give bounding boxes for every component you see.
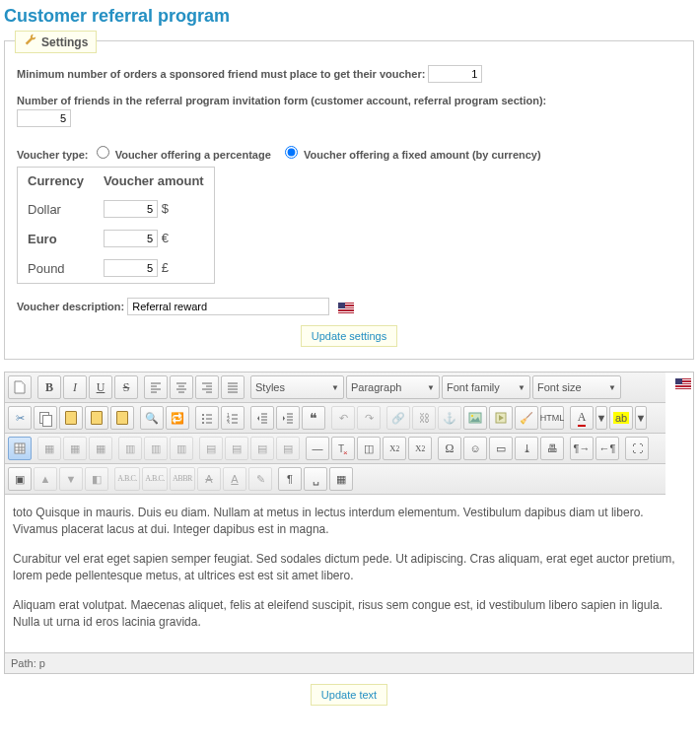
cell-props-icon[interactable]: ▤	[276, 437, 300, 460]
layer-icon[interactable]: ▣	[8, 467, 32, 491]
newdoc-icon[interactable]	[8, 375, 32, 399]
split-cell-icon[interactable]: ▤	[199, 437, 223, 460]
remove-format-icon[interactable]: T×	[331, 437, 355, 460]
template-icon[interactable]: ▦	[329, 467, 353, 491]
fontsize-select[interactable]: Font size▼	[532, 375, 621, 399]
underline-icon[interactable]: U	[89, 375, 112, 399]
flag-us-icon[interactable]	[675, 378, 691, 389]
currency-name: Euro	[18, 224, 95, 253]
paste-text-icon[interactable]	[85, 406, 108, 430]
bullet-list-icon[interactable]	[195, 406, 219, 430]
paragraph-select[interactable]: Paragraph▼	[346, 375, 440, 399]
italic-icon[interactable]: I	[63, 375, 87, 399]
svg-text:×: ×	[343, 448, 348, 454]
row-before-icon[interactable]: ▦	[37, 437, 61, 460]
print-icon[interactable]: 🖶	[540, 437, 564, 460]
del-col-icon[interactable]: ▥	[170, 437, 193, 460]
currency-symbol: €	[162, 231, 169, 245]
fontfamily-select[interactable]: Font family▼	[442, 375, 530, 399]
th-currency: Currency	[18, 168, 95, 195]
copy-icon[interactable]	[34, 406, 57, 430]
align-left-icon[interactable]	[144, 375, 168, 399]
number-list-icon[interactable]: 123	[221, 406, 245, 430]
image-icon[interactable]	[463, 406, 487, 430]
outdent-icon[interactable]	[250, 406, 274, 430]
undo-icon[interactable]: ↶	[331, 406, 355, 430]
flag-us-icon[interactable]	[338, 303, 354, 313]
th-amount: Voucher amount	[94, 168, 214, 195]
min-orders-input[interactable]	[428, 65, 482, 83]
amount-input-pound[interactable]	[104, 259, 158, 277]
amount-input-euro[interactable]	[104, 230, 158, 247]
layer-fwd-icon[interactable]: ▲	[34, 467, 57, 491]
nbsp-icon[interactable]: ␣	[304, 467, 327, 491]
visualchars-icon[interactable]: ¶	[278, 467, 302, 491]
replace-icon[interactable]: 🔁	[166, 406, 189, 430]
cite-icon[interactable]: A.B.C.	[114, 467, 140, 491]
strike-icon[interactable]: S	[114, 375, 138, 399]
align-justify-icon[interactable]	[221, 375, 245, 399]
cleanup-icon[interactable]: 🧹	[515, 406, 538, 430]
find-icon[interactable]: 🔍	[140, 406, 164, 430]
iframe-icon[interactable]: ▭	[489, 437, 513, 460]
fullscreen-icon[interactable]: ⛶	[625, 437, 649, 460]
align-right-icon[interactable]	[195, 375, 219, 399]
desc-input[interactable]	[127, 298, 329, 315]
voucher-fixed-radio[interactable]	[285, 146, 298, 159]
blockquote-icon[interactable]: ❝	[302, 406, 325, 430]
ltr-icon[interactable]: ¶→	[570, 437, 594, 460]
currency-symbol: £	[162, 260, 169, 275]
update-settings-button[interactable]: Update settings	[301, 325, 397, 347]
row-props-icon[interactable]: ▤	[250, 437, 274, 460]
forecolor-icon[interactable]: A	[570, 406, 594, 430]
paste-word-icon[interactable]	[110, 406, 134, 430]
amount-input-dollar[interactable]	[104, 200, 158, 218]
ins-icon[interactable]: A	[223, 467, 246, 491]
anchor-icon[interactable]: ⚓	[438, 406, 461, 430]
html-icon[interactable]: HTML	[540, 406, 564, 430]
voucher-percent-radio[interactable]	[97, 146, 109, 159]
svg-point-2	[202, 422, 204, 424]
align-center-icon[interactable]	[170, 375, 193, 399]
redo-icon[interactable]: ↷	[357, 406, 381, 430]
charmap-icon[interactable]: Ω	[438, 437, 461, 460]
sup-icon[interactable]: X2	[408, 437, 432, 460]
pagebreak-icon[interactable]: ⤓	[515, 437, 538, 460]
editor-path[interactable]: Path: p	[5, 652, 693, 673]
layer-back-icon[interactable]: ▼	[59, 467, 83, 491]
table-icon[interactable]	[8, 437, 32, 460]
col-after-icon[interactable]: ▥	[144, 437, 168, 460]
indent-icon[interactable]	[276, 406, 300, 430]
update-text-button[interactable]: Update text	[311, 684, 387, 706]
layer-abs-icon[interactable]: ◧	[85, 467, 108, 491]
backcolor-icon[interactable]: ab	[609, 406, 633, 430]
bold-icon[interactable]: B	[37, 375, 61, 399]
attribs-icon[interactable]: ✎	[248, 467, 272, 491]
del-row-icon[interactable]: ▦	[89, 437, 112, 460]
visual-aid-icon[interactable]: ◫	[357, 437, 381, 460]
abbr-icon[interactable]: A.B.C.	[142, 467, 168, 491]
unlink-icon[interactable]: ⛓	[412, 406, 436, 430]
editor-body[interactable]: toto Quisque in mauris. Duis eu diam. Nu…	[5, 495, 693, 652]
media-icon[interactable]	[489, 406, 513, 430]
svg-rect-9	[15, 443, 25, 453]
emoticon-icon[interactable]: ☺	[463, 437, 487, 460]
sub-icon[interactable]: X2	[383, 437, 406, 460]
cut-icon[interactable]: ✂	[8, 406, 32, 430]
forecolor-picker[interactable]: ▼	[595, 406, 607, 430]
rtl-icon[interactable]: ←¶	[595, 437, 619, 460]
friends-input[interactable]	[17, 109, 71, 127]
col-before-icon[interactable]: ▥	[118, 437, 142, 460]
backcolor-picker[interactable]: ▼	[635, 406, 647, 430]
currency-table: Currency Voucher amount Dollar $ Euro € …	[17, 167, 215, 284]
row-after-icon[interactable]: ▦	[63, 437, 87, 460]
del-icon[interactable]: A	[197, 467, 221, 491]
min-orders-label: Minimum number of orders a sponsored fri…	[17, 68, 425, 80]
merge-cell-icon[interactable]: ▤	[225, 437, 248, 460]
styles-select[interactable]: Styles▼	[250, 375, 344, 399]
hr-icon[interactable]: —	[306, 437, 329, 460]
voucher-percent-label: Voucher offering a percentage	[115, 149, 271, 161]
acronym-icon[interactable]: ABBR	[170, 467, 195, 491]
paste-icon[interactable]	[59, 406, 83, 430]
link-icon[interactable]: 🔗	[386, 406, 410, 430]
